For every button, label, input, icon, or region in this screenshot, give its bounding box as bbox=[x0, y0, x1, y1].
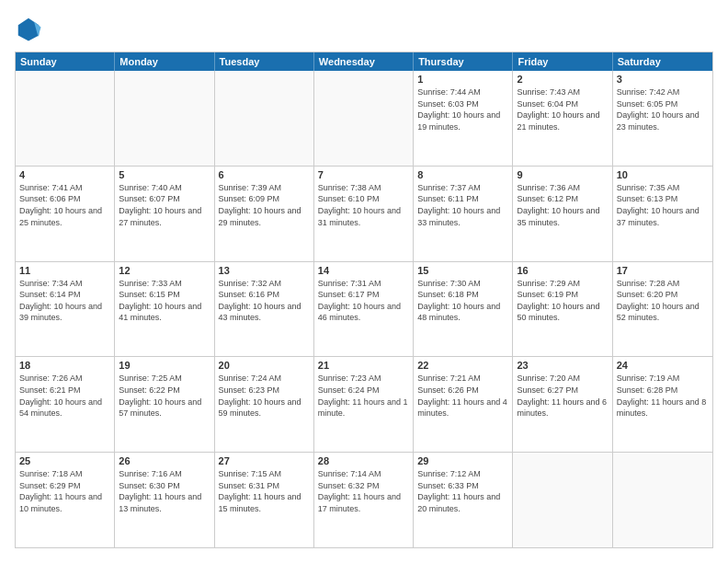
weekday-header: Friday bbox=[513, 52, 612, 71]
day-number: 9 bbox=[517, 169, 608, 180]
day-info: Sunrise: 7:31 AMSunset: 6:17 PMDaylight:… bbox=[318, 278, 409, 324]
day-number: 16 bbox=[517, 265, 608, 276]
day-info: Sunrise: 7:21 AMSunset: 6:26 PMDaylight:… bbox=[417, 373, 508, 419]
day-info: Sunrise: 7:20 AMSunset: 6:27 PMDaylight:… bbox=[517, 373, 608, 419]
day-info: Sunrise: 7:15 AMSunset: 6:31 PMDaylight:… bbox=[219, 468, 310, 514]
calendar-cell: 2Sunrise: 7:43 AMSunset: 6:04 PMDaylight… bbox=[513, 71, 612, 166]
calendar-cell: 18Sunrise: 7:26 AMSunset: 6:21 PMDayligh… bbox=[16, 357, 115, 452]
calendar-cell: 10Sunrise: 7:35 AMSunset: 6:13 PMDayligh… bbox=[613, 167, 712, 261]
calendar-cell: 14Sunrise: 7:31 AMSunset: 6:17 PMDayligh… bbox=[314, 262, 414, 357]
day-number: 6 bbox=[219, 169, 310, 180]
calendar-row: 4Sunrise: 7:41 AMSunset: 6:06 PMDaylight… bbox=[16, 167, 712, 262]
calendar-cell: 7Sunrise: 7:38 AMSunset: 6:10 PMDaylight… bbox=[314, 167, 414, 261]
day-info: Sunrise: 7:23 AMSunset: 6:24 PMDaylight:… bbox=[318, 373, 409, 419]
day-info: Sunrise: 7:39 AMSunset: 6:09 PMDaylight:… bbox=[219, 182, 310, 228]
calendar-header: SundayMondayTuesdayWednesdayThursdayFrid… bbox=[16, 52, 712, 71]
calendar-cell: 1Sunrise: 7:44 AMSunset: 6:03 PMDaylight… bbox=[414, 71, 513, 166]
calendar-cell: 29Sunrise: 7:12 AMSunset: 6:33 PMDayligh… bbox=[414, 453, 513, 547]
calendar: SundayMondayTuesdayWednesdayThursdayFrid… bbox=[15, 52, 713, 548]
calendar-cell: 12Sunrise: 7:33 AMSunset: 6:15 PMDayligh… bbox=[115, 262, 214, 357]
day-info: Sunrise: 7:41 AMSunset: 6:06 PMDaylight:… bbox=[19, 182, 110, 228]
calendar-cell: 26Sunrise: 7:16 AMSunset: 6:30 PMDayligh… bbox=[115, 453, 214, 547]
day-number: 7 bbox=[318, 169, 409, 180]
calendar-cell bbox=[115, 71, 214, 166]
day-info: Sunrise: 7:44 AMSunset: 6:03 PMDaylight:… bbox=[417, 86, 508, 132]
day-number: 18 bbox=[19, 360, 110, 371]
weekday-header: Saturday bbox=[613, 52, 712, 71]
day-number: 2 bbox=[517, 74, 608, 85]
calendar-cell: 11Sunrise: 7:34 AMSunset: 6:14 PMDayligh… bbox=[16, 262, 115, 357]
calendar-cell: 13Sunrise: 7:32 AMSunset: 6:16 PMDayligh… bbox=[215, 262, 314, 357]
calendar-cell: 8Sunrise: 7:37 AMSunset: 6:11 PMDaylight… bbox=[414, 167, 513, 261]
calendar-cell bbox=[314, 71, 414, 166]
day-number: 27 bbox=[219, 455, 310, 466]
logo bbox=[15, 15, 46, 42]
weekday-header: Monday bbox=[115, 52, 214, 71]
calendar-cell bbox=[613, 453, 712, 547]
day-info: Sunrise: 7:25 AMSunset: 6:22 PMDaylight:… bbox=[119, 373, 210, 419]
calendar-cell: 17Sunrise: 7:28 AMSunset: 6:20 PMDayligh… bbox=[613, 262, 712, 357]
calendar-cell: 28Sunrise: 7:14 AMSunset: 6:32 PMDayligh… bbox=[314, 453, 414, 547]
calendar-cell: 27Sunrise: 7:15 AMSunset: 6:31 PMDayligh… bbox=[215, 453, 314, 547]
day-number: 25 bbox=[19, 455, 110, 466]
calendar-body: 1Sunrise: 7:44 AMSunset: 6:03 PMDaylight… bbox=[16, 71, 712, 547]
svg-marker-0 bbox=[18, 18, 40, 41]
day-number: 17 bbox=[617, 265, 709, 276]
day-number: 19 bbox=[119, 360, 210, 371]
day-number: 1 bbox=[417, 74, 508, 85]
calendar-row: 11Sunrise: 7:34 AMSunset: 6:14 PMDayligh… bbox=[16, 262, 712, 358]
logo-icon bbox=[15, 15, 42, 42]
day-info: Sunrise: 7:38 AMSunset: 6:10 PMDaylight:… bbox=[318, 182, 409, 228]
day-number: 13 bbox=[219, 265, 310, 276]
day-info: Sunrise: 7:36 AMSunset: 6:12 PMDaylight:… bbox=[517, 182, 608, 228]
calendar-cell: 3Sunrise: 7:42 AMSunset: 6:05 PMDaylight… bbox=[613, 71, 712, 166]
day-info: Sunrise: 7:43 AMSunset: 6:04 PMDaylight:… bbox=[517, 86, 608, 132]
day-number: 8 bbox=[417, 169, 508, 180]
weekday-header: Wednesday bbox=[314, 52, 414, 71]
day-info: Sunrise: 7:37 AMSunset: 6:11 PMDaylight:… bbox=[417, 182, 508, 228]
day-info: Sunrise: 7:12 AMSunset: 6:33 PMDaylight:… bbox=[417, 468, 508, 514]
day-info: Sunrise: 7:30 AMSunset: 6:18 PMDaylight:… bbox=[417, 278, 508, 324]
day-number: 28 bbox=[318, 455, 409, 466]
page: SundayMondayTuesdayWednesdayThursdayFrid… bbox=[0, 0, 728, 563]
weekday-header: Tuesday bbox=[215, 52, 314, 71]
day-number: 11 bbox=[19, 265, 110, 276]
calendar-cell: 6Sunrise: 7:39 AMSunset: 6:09 PMDaylight… bbox=[215, 167, 314, 261]
day-info: Sunrise: 7:19 AMSunset: 6:28 PMDaylight:… bbox=[617, 373, 709, 419]
calendar-cell: 16Sunrise: 7:29 AMSunset: 6:19 PMDayligh… bbox=[513, 262, 612, 357]
calendar-cell: 19Sunrise: 7:25 AMSunset: 6:22 PMDayligh… bbox=[115, 357, 214, 452]
day-number: 26 bbox=[119, 455, 210, 466]
day-number: 4 bbox=[19, 169, 110, 180]
day-info: Sunrise: 7:28 AMSunset: 6:20 PMDaylight:… bbox=[617, 278, 709, 324]
day-info: Sunrise: 7:40 AMSunset: 6:07 PMDaylight:… bbox=[119, 182, 210, 228]
calendar-cell: 20Sunrise: 7:24 AMSunset: 6:23 PMDayligh… bbox=[215, 357, 314, 452]
day-info: Sunrise: 7:32 AMSunset: 6:16 PMDaylight:… bbox=[219, 278, 310, 324]
weekday-header: Sunday bbox=[16, 52, 115, 71]
day-number: 29 bbox=[417, 455, 508, 466]
day-number: 10 bbox=[617, 169, 709, 180]
calendar-cell bbox=[16, 71, 115, 166]
day-number: 14 bbox=[318, 265, 409, 276]
day-number: 20 bbox=[219, 360, 310, 371]
calendar-row: 18Sunrise: 7:26 AMSunset: 6:21 PMDayligh… bbox=[16, 357, 712, 453]
calendar-cell bbox=[513, 453, 612, 547]
calendar-row: 25Sunrise: 7:18 AMSunset: 6:29 PMDayligh… bbox=[16, 453, 712, 547]
day-number: 5 bbox=[119, 169, 210, 180]
calendar-cell: 24Sunrise: 7:19 AMSunset: 6:28 PMDayligh… bbox=[613, 357, 712, 452]
day-number: 12 bbox=[119, 265, 210, 276]
calendar-cell: 4Sunrise: 7:41 AMSunset: 6:06 PMDaylight… bbox=[16, 167, 115, 261]
calendar-cell: 22Sunrise: 7:21 AMSunset: 6:26 PMDayligh… bbox=[414, 357, 513, 452]
day-info: Sunrise: 7:18 AMSunset: 6:29 PMDaylight:… bbox=[19, 468, 110, 514]
calendar-cell bbox=[215, 71, 314, 166]
day-info: Sunrise: 7:14 AMSunset: 6:32 PMDaylight:… bbox=[318, 468, 409, 514]
day-number: 3 bbox=[617, 74, 709, 85]
calendar-cell: 25Sunrise: 7:18 AMSunset: 6:29 PMDayligh… bbox=[16, 453, 115, 547]
day-number: 22 bbox=[417, 360, 508, 371]
day-number: 21 bbox=[318, 360, 409, 371]
day-number: 24 bbox=[617, 360, 709, 371]
day-info: Sunrise: 7:42 AMSunset: 6:05 PMDaylight:… bbox=[617, 86, 709, 132]
calendar-cell: 9Sunrise: 7:36 AMSunset: 6:12 PMDaylight… bbox=[513, 167, 612, 261]
day-info: Sunrise: 7:16 AMSunset: 6:30 PMDaylight:… bbox=[119, 468, 210, 514]
calendar-cell: 21Sunrise: 7:23 AMSunset: 6:24 PMDayligh… bbox=[314, 357, 414, 452]
calendar-cell: 23Sunrise: 7:20 AMSunset: 6:27 PMDayligh… bbox=[513, 357, 612, 452]
